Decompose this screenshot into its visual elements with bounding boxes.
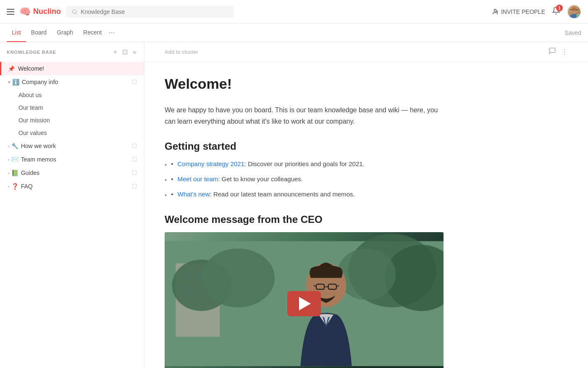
notifications-button[interactable]: 1 — [552, 6, 560, 17]
invite-label: INVITE PEOPLE — [501, 8, 545, 15]
chevron-down-icon: ▾ — [8, 79, 10, 85]
sidebar-header-actions: + ⊡ « — [113, 47, 137, 57]
tab-recent[interactable]: Recent — [78, 24, 107, 42]
main-area: KNOWLEDGE BASE + ⊡ « 📌 Welcome! ▾ ℹ️ Com… — [0, 42, 588, 368]
ceo-video[interactable] — [165, 232, 444, 368]
tab-list[interactable]: List — [7, 24, 26, 42]
company-info-emoji: ℹ️ — [12, 79, 19, 85]
sidebar-item-team-memos[interactable]: › ✉️ Team memos ☐ — [0, 153, 144, 166]
svg-rect-7 — [570, 9, 572, 10]
more-options-button[interactable]: ⋮ — [561, 47, 568, 56]
list-item: • What's new: Read our latest team annou… — [165, 189, 444, 200]
sidebar-sub-label: Our values — [18, 130, 47, 136]
list-item: • Meet our team: Get to know your collea… — [165, 174, 444, 185]
checkbox-icon: ☐ — [132, 79, 137, 85]
checkbox-icon: ☐ — [132, 169, 137, 176]
pin-icon: 📌 — [8, 66, 15, 72]
svg-point-2 — [494, 9, 496, 11]
list-item: • Company strategy 2021: Discover our pr… — [165, 159, 444, 170]
guides-emoji: 📗 — [11, 169, 18, 176]
content-area: Add to cluster ⋮ Welcome! We are happy t… — [144, 42, 588, 368]
team-memos-emoji: ✉️ — [11, 156, 18, 163]
logo-text: Nuclino — [33, 7, 61, 16]
ceo-section-title: Welcome message from the CEO — [165, 214, 444, 225]
more-tabs-button[interactable]: ⋯ — [108, 29, 115, 37]
svg-line-1 — [76, 13, 76, 13]
sidebar-item-our-mission[interactable]: Our mission — [0, 114, 144, 127]
topnav-right: INVITE PEOPLE 1 — [492, 5, 581, 19]
add-to-cluster-link[interactable]: Add to cluster — [165, 49, 198, 55]
sidebar-item-guides[interactable]: › 📗 Guides ☐ — [0, 166, 144, 180]
sidebar-item-label: Guides — [21, 169, 39, 176]
chevron-right-icon: › — [8, 184, 10, 189]
search-icon — [72, 9, 77, 15]
sidebar-item-faq[interactable]: › ❓ FAQ ☐ — [0, 180, 144, 193]
search-bar[interactable] — [66, 6, 234, 18]
add-item-button[interactable]: + — [113, 47, 118, 57]
view-tabs: List Board Graph Recent ⋯ Saved — [0, 24, 588, 42]
sidebar-item-company-info[interactable]: ▾ ℹ️ Company info ☐ — [0, 75, 144, 89]
expand-button[interactable]: ⊡ — [121, 47, 129, 57]
person-add-icon — [492, 8, 499, 15]
company-strategy-link[interactable]: Company strategy 2021 — [178, 160, 244, 167]
content-body: Welcome! We are happy to have you on boa… — [144, 62, 464, 368]
notification-badge: 1 — [556, 5, 563, 11]
sidebar-item-our-team[interactable]: Our team — [0, 101, 144, 114]
sidebar-item-how-we-work[interactable]: › 🔧 How we work ☐ — [0, 139, 144, 153]
comments-button[interactable] — [549, 47, 556, 56]
sidebar-item-label: Company info — [22, 79, 58, 85]
search-input[interactable] — [81, 8, 228, 15]
sidebar-item-our-values[interactable]: Our values — [0, 127, 144, 139]
checkbox-icon: ☐ — [132, 183, 137, 190]
checkbox-icon: ☐ — [132, 156, 137, 163]
saved-status: Saved — [564, 29, 581, 36]
chevron-right-icon: › — [8, 143, 10, 148]
getting-started-title: Getting started — [165, 140, 444, 152]
svg-point-0 — [73, 10, 76, 13]
online-indicator — [577, 14, 580, 18]
bullet-text-1: : Discover our priorities and goals for … — [244, 160, 365, 167]
sidebar-item-about-us[interactable]: About us — [0, 89, 144, 101]
sidebar-item-label: FAQ — [21, 183, 33, 190]
checkbox-icon: ☐ — [132, 143, 137, 149]
sidebar-item-label: Welcome! — [18, 65, 44, 72]
meet-our-team-link[interactable]: Meet our team — [178, 175, 218, 183]
play-icon — [299, 297, 311, 310]
faq-emoji: ❓ — [11, 183, 18, 190]
hamburger-menu[interactable] — [7, 9, 14, 15]
sidebar-sub-label: Our team — [18, 104, 43, 111]
svg-rect-8 — [576, 9, 578, 10]
sidebar-header-label: KNOWLEDGE BASE — [7, 50, 56, 55]
sidebar-header: KNOWLEDGE BASE + ⊡ « — [0, 42, 144, 62]
logo-icon: 🧠 — [19, 6, 31, 17]
page-description: We are happy to have you on board. This … — [165, 104, 444, 127]
chevron-right-icon: › — [8, 157, 10, 162]
tab-graph[interactable]: Graph — [52, 24, 78, 42]
whats-new-link[interactable]: What's new — [178, 191, 210, 198]
logo[interactable]: 🧠 Nuclino — [19, 6, 61, 17]
avatar[interactable] — [567, 5, 581, 19]
play-button[interactable] — [287, 291, 321, 316]
content-topbar-actions: ⋮ — [549, 47, 568, 56]
sidebar-sub-label: Our mission — [18, 117, 50, 124]
sidebar: KNOWLEDGE BASE + ⊡ « 📌 Welcome! ▾ ℹ️ Com… — [0, 42, 144, 368]
content-topbar: Add to cluster ⋮ — [144, 42, 588, 62]
invite-people-button[interactable]: INVITE PEOPLE — [492, 8, 545, 15]
sidebar-sub-label: About us — [18, 92, 42, 98]
collapse-sidebar-button[interactable]: « — [132, 47, 137, 57]
sidebar-item-welcome[interactable]: 📌 Welcome! — [0, 62, 144, 75]
page-title: Welcome! — [165, 75, 444, 93]
chevron-right-icon: › — [8, 170, 10, 175]
bullet-text-2: : Get to know your colleagues. — [218, 175, 303, 183]
sidebar-item-label: Team memos — [21, 156, 56, 163]
svg-point-6 — [572, 7, 576, 11]
top-nav: 🧠 Nuclino INVITE PEOPLE 1 — [0, 0, 588, 24]
how-we-work-emoji: 🔧 — [11, 143, 18, 149]
bullet-text-3: : Read our latest team announcements and… — [210, 191, 355, 198]
getting-started-list: • Company strategy 2021: Discover our pr… — [165, 159, 444, 200]
tab-board[interactable]: Board — [26, 24, 52, 42]
sidebar-item-label: How we work — [21, 143, 56, 149]
